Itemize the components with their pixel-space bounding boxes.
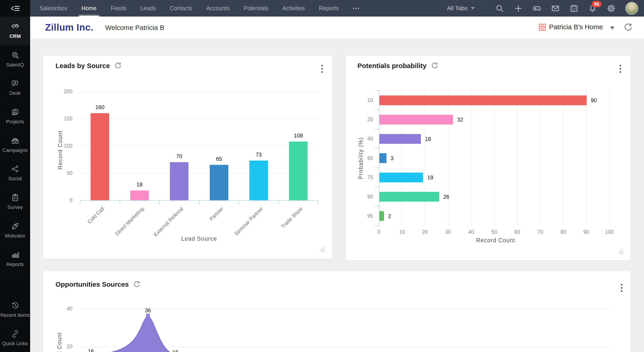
y-axis-title: Record Count [57, 130, 64, 170]
gamescope-button[interactable] [532, 4, 541, 13]
y-tick: 50 [57, 170, 72, 176]
widget-resize-handle[interactable] [319, 246, 325, 253]
tab-salesinbox[interactable]: SalesInbox [40, 0, 68, 17]
view-selector-caret-icon[interactable] [610, 27, 614, 30]
nav-right-cluster: All Tabs [447, 0, 644, 17]
search-icon [496, 4, 504, 13]
zoho-crm-dashboard: SalesInbox Home Feeds Leads Contacts Acc… [0, 0, 644, 352]
gridline [425, 90, 425, 226]
bar-prob-75 [380, 172, 423, 182]
x-tick: 0 [378, 229, 380, 235]
tab-potentials[interactable]: Potentials [244, 0, 269, 17]
home-view-selector[interactable]: Patricia B's Home [549, 23, 603, 31]
axis-tick [375, 148, 379, 148]
gridline [586, 90, 586, 226]
bar-prob-90 [380, 192, 439, 202]
envelope-open-icon [11, 136, 19, 145]
gridline [563, 90, 564, 226]
bar-value: 65 [216, 156, 222, 162]
x-tick: 90 [583, 229, 589, 235]
notification-badge: 96 [592, 1, 602, 7]
gridline [540, 90, 540, 226]
gridline [494, 90, 494, 226]
widget-menu-button[interactable] [321, 65, 323, 73]
y-tick: 200 [57, 88, 72, 95]
x-tick: 80 [560, 229, 566, 235]
settings-button[interactable] [607, 4, 616, 13]
rocket-icon [11, 222, 19, 230]
bar-chart-icon [11, 251, 19, 259]
share-nodes-icon [11, 165, 19, 173]
bar-value: 70 [176, 153, 182, 159]
opportunities-sources-card: Opportunities Sources 40 20 Record Count… [43, 271, 630, 352]
tab-accounts[interactable]: Accounts [206, 0, 230, 17]
history-clock-icon [11, 301, 19, 310]
point-value: 36 [145, 307, 151, 314]
tab-contacts[interactable]: Contacts [170, 0, 192, 17]
axis-tick [375, 110, 379, 110]
sidebar-item-crm[interactable]: CRM [0, 17, 30, 45]
more-tabs-button[interactable]: ••• [353, 0, 360, 17]
notifications-button[interactable]: 96 [588, 4, 597, 13]
chain-link-icon [11, 330, 19, 338]
refresh-widget-icon[interactable] [133, 281, 140, 288]
sidebar-item-salesiq[interactable]: SalesIQ [0, 45, 30, 74]
game-controller-icon [532, 4, 541, 13]
refresh-widget-icon[interactable] [431, 62, 438, 69]
axis-tick [120, 201, 120, 204]
bar-prob-60 [380, 153, 386, 163]
all-tabs-dropdown[interactable]: All Tabs [447, 5, 475, 12]
sidebar-item-motivator[interactable]: Motivator [0, 216, 30, 245]
dashboard-grid-icon[interactable] [538, 23, 546, 32]
search-button[interactable] [496, 4, 504, 13]
chat-bubble-icon [11, 79, 19, 88]
axis-tick [375, 129, 379, 129]
x-tick: 100 [605, 229, 614, 235]
widget-menu-button[interactable] [619, 65, 621, 73]
sidebar-item-projects[interactable]: Projects [0, 102, 30, 131]
user-avatar[interactable] [626, 2, 638, 15]
tab-activities[interactable]: Activities [282, 0, 305, 17]
widget-resize-handle[interactable] [617, 248, 624, 255]
sidebar-item-social[interactable]: Social [0, 159, 30, 188]
bar-external-referral [170, 162, 188, 200]
area-series [91, 317, 175, 352]
company-logo: Zillum Inc. [45, 22, 93, 33]
sidebar-item-reports[interactable]: Reports [0, 245, 30, 273]
mail-button[interactable] [551, 4, 560, 13]
tab-feeds[interactable]: Feeds [110, 0, 126, 17]
sidebar-item-recent-items[interactable]: Recent Items [0, 296, 30, 324]
widget-menu-button[interactable] [620, 284, 623, 292]
sidebar-item-desk[interactable]: Desk [0, 74, 30, 102]
x-category-label: Trade Show [280, 206, 304, 230]
bar-prob-40 [380, 134, 421, 144]
opportunities-chart-title: Opportunities Sources [56, 281, 129, 288]
sidebar-spacer [0, 273, 30, 296]
x-tick: 10 [399, 229, 405, 235]
x-category-label: Partner [208, 206, 224, 222]
sidebar-collapse-button[interactable] [0, 0, 30, 17]
plus-icon [514, 4, 522, 13]
sidebar-item-quick-links[interactable]: Quick Links [0, 324, 30, 352]
nav-divider [485, 4, 486, 13]
y-category-label: 20 [357, 117, 373, 123]
refresh-widget-icon[interactable] [114, 62, 122, 69]
tab-leads[interactable]: Leads [140, 0, 156, 17]
sidebar-item-campaigns[interactable]: Campaigns [0, 131, 30, 159]
calendar-button[interactable] [570, 4, 578, 13]
gridline [471, 90, 472, 226]
x-tick: 70 [537, 229, 543, 235]
refresh-page-button[interactable] [624, 23, 633, 33]
chevron-down-icon [471, 7, 475, 10]
clipboard-check-icon [11, 194, 19, 202]
sidebar-item-survey[interactable]: Survey [0, 188, 30, 216]
axis-tick [375, 225, 379, 226]
target-magnifier-icon [11, 51, 19, 59]
bar-value: 26 [443, 194, 450, 200]
point-value: 16 [88, 348, 94, 352]
top-nav: SalesInbox Home Feeds Leads Contacts Acc… [0, 0, 644, 17]
gridline [80, 119, 318, 119]
tab-reports[interactable]: Reports [319, 0, 339, 17]
quick-create-button[interactable] [514, 4, 522, 13]
tab-home[interactable]: Home [82, 0, 97, 17]
